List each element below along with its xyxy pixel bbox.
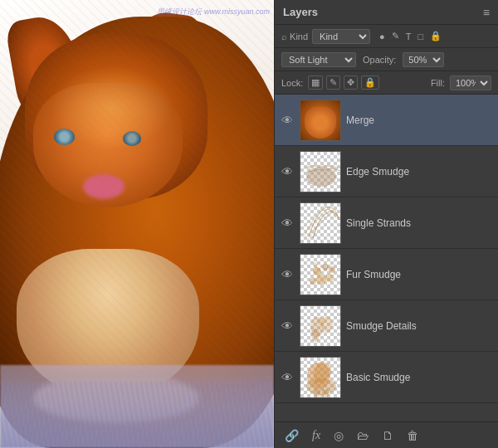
single-strands-svg [300, 203, 341, 244]
new-layer-btn[interactable]: 🗋 [378, 427, 397, 444]
filter-type-btn[interactable]: T [404, 31, 413, 42]
svg-point-3 [316, 275, 326, 285]
layer-thumbnail-fur [300, 254, 341, 295]
svg-point-11 [311, 329, 320, 342]
fill-select[interactable]: 100% 75% 50% [450, 75, 491, 90]
svg-rect-15 [314, 389, 320, 397]
layer-item[interactable]: 👁 Merge [275, 95, 498, 146]
lock-label: Lock: [281, 78, 303, 88]
link-layers-btn[interactable]: 🔗 [281, 427, 302, 444]
layer-mask-btn[interactable]: ◎ [330, 427, 347, 444]
lock-transparent-btn[interactable]: ▦ [308, 75, 323, 90]
layer-thumbnail-smudge [300, 305, 341, 347]
lock-all-btn[interactable]: 🔒 [361, 75, 379, 90]
layer-thumbnail-strands [300, 202, 341, 244]
layer-thumbnail-basic [300, 357, 341, 398]
layer-name: Fur Smudge [346, 269, 493, 280]
filter-pixel-btn[interactable]: ● [378, 31, 387, 42]
panel-footer: 🔗 fx ◎ 🗁 🗋 🗑 [275, 421, 498, 448]
filter-lock-btn[interactable]: 🔒 [428, 30, 443, 42]
layer-item[interactable]: 👁 Basic Smudge [275, 352, 498, 403]
svg-rect-16 [322, 389, 329, 397]
blend-mode-select[interactable]: Soft Light Normal Multiply Screen [281, 52, 356, 67]
panel-menu-icon[interactable]: ≡ [483, 6, 490, 19]
layer-name: Merge [346, 114, 493, 126]
svg-point-1 [313, 267, 321, 275]
layer-visibility-icon[interactable]: 👁 [280, 165, 295, 178]
canvas-area: 思缘设计论坛 www.missyuan.com [0, 0, 274, 448]
layer-name: Basic Smudge [346, 372, 493, 383]
layer-visibility-icon[interactable]: 👁 [280, 268, 295, 281]
layers-list: 👁 Merge 👁 Edge Smudge 👁 [275, 95, 498, 421]
fur-smudge-svg [300, 255, 341, 295]
layer-thumbnail-edge [300, 151, 341, 192]
layer-item[interactable]: 👁 Smudge Details [275, 300, 498, 352]
layer-item[interactable]: 👁 Edge Smudge [275, 146, 498, 197]
layer-thumbnail-merge [300, 100, 341, 141]
rug-strands [0, 382, 274, 448]
svg-point-4 [310, 278, 316, 285]
layer-item[interactable]: 👁 Single Strands [275, 197, 498, 249]
opacity-select[interactable]: 50% 100% 75% 25% [403, 52, 444, 67]
delete-layer-btn[interactable]: 🗑 [403, 427, 422, 444]
svg-point-2 [322, 264, 329, 270]
layers-panel: Layers ≡ ⌕ Kind Kind ● ✎ T □ 🔒 Soft Ligh… [274, 0, 498, 448]
smudge-details-svg [300, 306, 341, 347]
layer-name: Single Strands [346, 217, 493, 229]
svg-point-7 [329, 266, 335, 273]
layer-visibility-icon[interactable]: 👁 [280, 371, 295, 384]
layer-item[interactable]: 👁 Fur Smudge [275, 249, 498, 300]
blend-row: Soft Light Normal Multiply Screen Opacit… [275, 48, 498, 71]
svg-point-6 [313, 262, 318, 267]
layer-visibility-icon[interactable]: 👁 [280, 319, 295, 333]
panel-title: Layers [283, 6, 318, 18]
basic-smudge-svg [300, 358, 341, 398]
filter-label: ⌕ Kind [281, 32, 308, 41]
filter-shape-btn[interactable]: □ [416, 31, 425, 42]
watermark: 思缘设计论坛 www.missyuan.com [157, 7, 270, 17]
new-group-btn[interactable]: 🗁 [354, 427, 372, 444]
edge-smudge-svg [300, 152, 341, 192]
lock-image-btn[interactable]: ✎ [326, 75, 340, 90]
lock-icons: ▦ ✎ ✥ 🔒 [308, 75, 379, 90]
filter-row: ⌕ Kind Kind ● ✎ T □ 🔒 [275, 25, 498, 48]
lock-position-btn[interactable]: ✥ [344, 75, 358, 90]
layer-visibility-icon[interactable]: 👁 [280, 217, 295, 230]
filter-kind-select[interactable]: Kind [312, 29, 370, 44]
layer-style-btn[interactable]: fx [309, 427, 324, 444]
filter-adjustment-btn[interactable]: ✎ [390, 30, 401, 42]
svg-point-5 [325, 274, 334, 282]
layer-name: Smudge Details [346, 320, 493, 332]
panel-header: Layers ≡ [275, 0, 498, 25]
fill-label: Fill: [431, 78, 445, 88]
layer-visibility-icon[interactable]: 👁 [280, 114, 295, 127]
layer-name: Edge Smudge [346, 166, 493, 178]
opacity-label: Opacity: [363, 55, 396, 65]
filter-icons: ● ✎ T □ 🔒 [378, 30, 443, 42]
rug-area [0, 365, 274, 448]
lock-row: Lock: ▦ ✎ ✥ 🔒 Fill: 100% 75% 50% [275, 71, 498, 95]
svg-point-10 [317, 317, 325, 325]
